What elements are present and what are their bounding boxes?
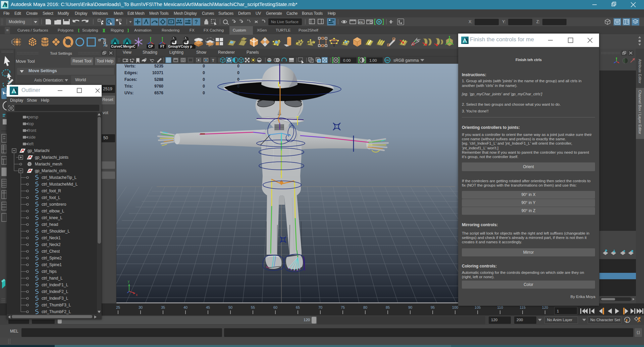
svg-text:80: 80 <box>363 305 367 309</box>
svg-text:60: 60 <box>273 305 277 309</box>
svg-text:front: front <box>28 128 37 133</box>
svg-text:5235: 5235 <box>154 64 163 68</box>
svg-text:ctrl_MustacheMid_L: ctrl_MustacheMid_L <box>42 182 78 187</box>
svg-text:ctrl_ThumbF2_L: ctrl_ThumbF2_L <box>42 309 71 314</box>
svg-text:ctrl_Shoulder_L: ctrl_Shoulder_L <box>42 229 70 234</box>
svg-text:0: 0 <box>237 84 239 89</box>
svg-text:0: 0 <box>203 64 205 68</box>
svg-text:ctrl_hand_L: ctrl_hand_L <box>42 276 63 281</box>
svg-text:Mariachi_mesh: Mariachi_mesh <box>35 162 62 166</box>
svg-text:gp_Mariachi: gp_Mariachi <box>28 148 49 153</box>
svg-text:left: left <box>28 142 34 146</box>
svg-text:45: 45 <box>206 305 210 309</box>
svg-text:40: 40 <box>183 305 187 309</box>
svg-text:50: 50 <box>228 305 232 309</box>
svg-text:GroupV: GroupV <box>168 45 181 48</box>
svg-text:X:: X: <box>469 19 472 24</box>
svg-text:55: 55 <box>251 305 255 309</box>
svg-text:0: 0 <box>203 84 205 89</box>
svg-text:0: 0 <box>237 64 239 68</box>
svg-text:persp: persp <box>28 115 38 119</box>
svg-text:ctrl_foot_R: ctrl_foot_R <box>42 189 61 193</box>
svg-text:0: 0 <box>237 70 239 75</box>
svg-text:Z:: Z: <box>536 19 540 24</box>
svg-text:0: 0 <box>203 77 205 82</box>
svg-text:ctrl_Chest: ctrl_Chest <box>42 249 60 254</box>
svg-text:side: side <box>28 135 36 140</box>
svg-text:30: 30 <box>139 305 143 309</box>
svg-text:ctrl_IndexF1_L: ctrl_IndexF1_L <box>42 283 68 287</box>
svg-text:Verts:: Verts: <box>124 64 136 68</box>
svg-text:y: y <box>128 280 129 283</box>
svg-text:Copy p: Copy p <box>181 45 192 48</box>
svg-text:10371: 10371 <box>152 70 164 75</box>
svg-text:70: 70 <box>318 305 322 309</box>
svg-text:120: 120 <box>542 305 548 309</box>
svg-text:0: 0 <box>203 91 205 95</box>
svg-text:ctrl_ThumbF3_L: ctrl_ThumbF3_L <box>42 303 71 307</box>
svg-text:90: 90 <box>408 305 412 309</box>
svg-text:gp_Mariachi_ctrls: gp_Mariachi_ctrls <box>35 168 66 173</box>
svg-text:top: top <box>28 121 34 126</box>
svg-text:T: T <box>212 58 214 62</box>
svg-text:95: 95 <box>431 305 435 309</box>
svg-text:1.00: 1.00 <box>369 58 377 62</box>
svg-text:Tris:: Tris: <box>124 84 133 89</box>
svg-text:ctrl_Spine1: ctrl_Spine1 <box>42 262 62 267</box>
svg-text:x: x <box>136 293 138 297</box>
svg-text:ctrl_knee_L: ctrl_knee_L <box>42 215 62 220</box>
svg-text:Edges:: Edges: <box>124 70 138 75</box>
svg-text:105: 105 <box>475 305 481 309</box>
svg-text:30°: 30° <box>416 39 421 42</box>
svg-text:CurveC: CurveC <box>111 45 123 48</box>
svg-text:Y:: Y: <box>502 19 506 24</box>
svg-text:85: 85 <box>386 305 390 309</box>
svg-text:ctrl_elbow_L: ctrl_elbow_L <box>42 209 64 213</box>
svg-text:ctrl_MustacheTip_L: ctrl_MustacheTip_L <box>42 175 77 180</box>
svg-text:Faces:: Faces: <box>124 77 137 82</box>
svg-text:ctrl_head: ctrl_head <box>42 222 58 227</box>
svg-text:0: 0 <box>203 70 205 75</box>
svg-text:100: 100 <box>452 305 458 309</box>
svg-text:FT: FT <box>160 45 164 48</box>
svg-text:ON: ON <box>385 59 389 61</box>
svg-text:ctrl_Spine2: ctrl_Spine2 <box>42 256 62 260</box>
svg-text:9760: 9760 <box>154 84 163 89</box>
svg-text:CP: CP <box>148 45 153 48</box>
svg-text:65: 65 <box>296 305 300 309</box>
svg-text:ctrl_IndexF2_L: ctrl_IndexF2_L <box>42 289 68 294</box>
svg-text:Tool Settings: Tool Settings <box>50 51 72 55</box>
svg-text:UVs:: UVs: <box>124 91 133 95</box>
svg-text:110: 110 <box>497 305 503 309</box>
svg-text:?: ? <box>195 19 198 25</box>
svg-text:ctrl_Neck1: ctrl_Neck1 <box>42 236 61 240</box>
svg-text:sRGB gamma: sRGB gamma <box>393 58 419 63</box>
svg-text:ctrl_foot_L: ctrl_foot_L <box>42 195 60 200</box>
svg-text:ctrl_IndexF3_L: ctrl_IndexF3_L <box>42 296 68 301</box>
svg-text:No Live Surface: No Live Surface <box>271 20 299 24</box>
svg-text:0: 0 <box>237 77 239 82</box>
svg-text:0.00: 0.00 <box>343 58 351 62</box>
svg-text:ctrl_hips: ctrl_hips <box>42 269 57 274</box>
svg-text:1: 1 <box>557 309 559 313</box>
svg-text:ctrl_Neck2: ctrl_Neck2 <box>42 242 61 247</box>
svg-text:115: 115 <box>520 305 526 309</box>
svg-text:75: 75 <box>341 305 345 309</box>
svg-text:6576: 6576 <box>154 91 163 95</box>
svg-text:35: 35 <box>161 305 165 309</box>
svg-text:25: 25 <box>116 305 120 309</box>
svg-text:IPR: IPR <box>359 21 363 24</box>
svg-text:Modeling: Modeling <box>9 19 25 24</box>
svg-text:gp_Mariachi_joints: gp_Mariachi_joints <box>35 155 68 160</box>
svg-text:MergeC: MergeC <box>123 45 136 48</box>
svg-text:5288: 5288 <box>154 77 163 82</box>
svg-text:0: 0 <box>237 91 239 95</box>
svg-text:ctrl_sombrero: ctrl_sombrero <box>42 202 66 207</box>
